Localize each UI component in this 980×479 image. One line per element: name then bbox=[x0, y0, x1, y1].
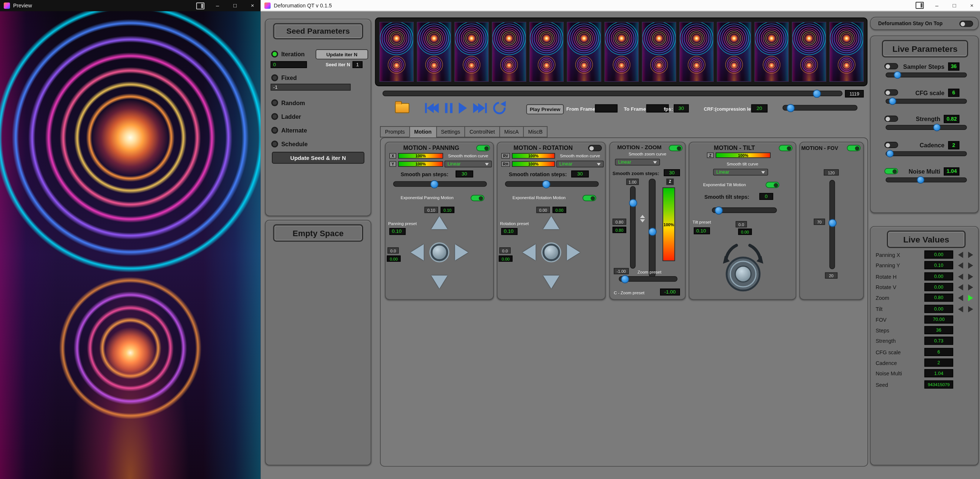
fov-enable-toggle[interactable] bbox=[847, 145, 861, 151]
increment-arrow-icon[interactable] bbox=[968, 284, 973, 290]
frame-thumbnail[interactable] bbox=[642, 22, 676, 82]
spinner-up-icon[interactable] bbox=[640, 215, 645, 218]
live-value-field[interactable]: 0.00 bbox=[924, 305, 953, 313]
strength-toggle[interactable] bbox=[885, 116, 898, 122]
radio-iteration[interactable] bbox=[271, 51, 278, 58]
crf-slider-handle[interactable] bbox=[786, 104, 794, 112]
cfg-scale-slider[interactable] bbox=[886, 99, 967, 104]
timeline-frame-field[interactable]: 1119 bbox=[845, 90, 864, 97]
timeline-slider-handle[interactable] bbox=[813, 89, 821, 97]
frame-thumbnail[interactable] bbox=[455, 22, 489, 82]
live-value-field[interactable]: 0.00 bbox=[924, 283, 953, 291]
skip-forward-icon[interactable] bbox=[473, 103, 487, 113]
noise-multi-slider-handle[interactable] bbox=[917, 176, 924, 184]
iteration-value-field[interactable]: 0 bbox=[271, 61, 307, 68]
live-value-field[interactable]: 6 bbox=[924, 348, 953, 356]
pan-left-button[interactable] bbox=[411, 244, 424, 261]
fov-slider[interactable] bbox=[829, 180, 835, 269]
fov-slider-handle[interactable] bbox=[828, 219, 836, 227]
increment-arrow-icon[interactable] bbox=[968, 295, 973, 301]
frame-thumbnail[interactable] bbox=[717, 22, 751, 82]
live-value-field[interactable]: 0.10 bbox=[924, 261, 953, 269]
zoom-fine-slider[interactable] bbox=[630, 186, 636, 269]
tilt-steps-field[interactable]: 0 bbox=[759, 193, 773, 200]
live-value-field[interactable]: 943415079 bbox=[924, 381, 953, 389]
rotate-up-button[interactable] bbox=[543, 216, 559, 229]
minimize-icon[interactable]: – bbox=[932, 0, 942, 11]
tab-miscb[interactable]: MiscB bbox=[523, 126, 547, 137]
panning-exp-toggle[interactable] bbox=[471, 195, 484, 201]
live-value-field[interactable]: 0.00 bbox=[924, 273, 953, 281]
zoom-main-slider-handle[interactable] bbox=[648, 228, 656, 236]
pan-up-button[interactable] bbox=[431, 216, 447, 229]
tab-prompts[interactable]: Prompts bbox=[380, 126, 409, 137]
live-value-field[interactable]: 2 bbox=[924, 359, 953, 367]
pan-down-button[interactable] bbox=[431, 275, 447, 289]
noise-multi-slider[interactable] bbox=[886, 177, 967, 182]
live-param-value[interactable]: 2 bbox=[948, 141, 959, 149]
play-icon[interactable] bbox=[459, 103, 467, 114]
live-value-field[interactable]: 0.00 bbox=[924, 251, 953, 259]
update-iter-button[interactable]: Update iter N bbox=[315, 49, 368, 59]
pan-right-button[interactable] bbox=[455, 244, 468, 261]
tilt-slider-handle[interactable] bbox=[715, 206, 723, 214]
panning-preset-field[interactable]: 0.10 bbox=[389, 228, 406, 235]
stay-on-top-toggle[interactable] bbox=[959, 21, 973, 27]
close-icon[interactable]: × bbox=[248, 0, 257, 11]
maximize-icon[interactable]: □ bbox=[950, 0, 959, 11]
panning-steps-field[interactable]: 30 bbox=[455, 171, 473, 178]
live-value-field[interactable]: 0.80 bbox=[924, 293, 953, 302]
tab-misca[interactable]: MiscA bbox=[499, 126, 523, 137]
cfg-scale-slider-handle[interactable] bbox=[889, 97, 896, 105]
decrement-arrow-icon[interactable] bbox=[958, 252, 963, 258]
zoom-steps-field[interactable]: 30 bbox=[664, 169, 680, 176]
cadence-slider-handle[interactable] bbox=[887, 150, 894, 157]
tilt-preset-field[interactable]: 0.10 bbox=[694, 227, 710, 234]
live-param-value[interactable]: 1.04 bbox=[944, 167, 959, 175]
increment-arrow-icon[interactable] bbox=[968, 262, 973, 269]
layout-icon[interactable] bbox=[196, 2, 204, 9]
zoom-curve-dropdown[interactable]: Linear bbox=[615, 159, 660, 166]
seed-iter-field[interactable]: 1 bbox=[353, 61, 363, 68]
rotation-enable-toggle[interactable] bbox=[588, 145, 602, 151]
decrement-arrow-icon[interactable] bbox=[958, 295, 963, 301]
sampler-steps-slider[interactable] bbox=[886, 73, 967, 78]
zoom-spinner[interactable] bbox=[640, 215, 645, 222]
radio-alternate[interactable] bbox=[271, 127, 278, 134]
crf-field[interactable]: 20 bbox=[751, 105, 767, 113]
cadence-slider[interactable] bbox=[886, 151, 967, 156]
rotation-curve-dropdown[interactable]: Linear bbox=[556, 161, 604, 168]
close-icon[interactable]: × bbox=[967, 0, 976, 11]
rotation-preset-field[interactable]: 0.10 bbox=[501, 228, 517, 235]
noise-multi-toggle[interactable] bbox=[885, 168, 898, 174]
panning-enable-toggle[interactable] bbox=[476, 145, 490, 151]
tab-settings[interactable]: Settings bbox=[436, 126, 465, 137]
zoom-preset-slider[interactable] bbox=[619, 276, 678, 282]
live-value-field[interactable]: 70.00 bbox=[924, 316, 953, 324]
pause-icon[interactable] bbox=[445, 103, 453, 113]
frame-thumbnail[interactable] bbox=[754, 22, 789, 82]
crf-slider[interactable] bbox=[783, 105, 858, 111]
minimize-icon[interactable]: – bbox=[213, 0, 222, 11]
rotate-right-button[interactable] bbox=[567, 244, 580, 261]
layout-icon[interactable] bbox=[916, 2, 924, 9]
live-param-value[interactable]: 0.82 bbox=[944, 115, 959, 123]
zoom-preset-slider-handle[interactable] bbox=[621, 275, 629, 283]
rotation-steps-field[interactable]: 30 bbox=[571, 171, 589, 178]
update-seed-button[interactable]: Update Seed & iter N bbox=[272, 152, 364, 163]
rotation-exp-toggle[interactable] bbox=[582, 195, 596, 201]
live-value-field[interactable]: 0.73 bbox=[924, 337, 953, 345]
live-param-value[interactable]: 36 bbox=[948, 62, 959, 70]
from-frame-field[interactable] bbox=[595, 105, 618, 113]
rotation-steps-slider[interactable] bbox=[505, 181, 599, 187]
frame-thumbnail[interactable] bbox=[792, 22, 826, 82]
tab-controlnet[interactable]: ControlNet bbox=[465, 126, 499, 137]
folder-icon[interactable] bbox=[395, 103, 410, 113]
frame-thumbnail[interactable] bbox=[605, 22, 639, 82]
cadence-toggle[interactable] bbox=[885, 142, 898, 148]
refresh-icon[interactable] bbox=[493, 102, 506, 114]
frame-thumbnail[interactable] bbox=[679, 22, 714, 82]
skip-back-icon[interactable] bbox=[425, 103, 439, 113]
panning-curve-dropdown[interactable]: Linear bbox=[444, 161, 492, 168]
frame-thumbnail[interactable] bbox=[492, 22, 526, 82]
